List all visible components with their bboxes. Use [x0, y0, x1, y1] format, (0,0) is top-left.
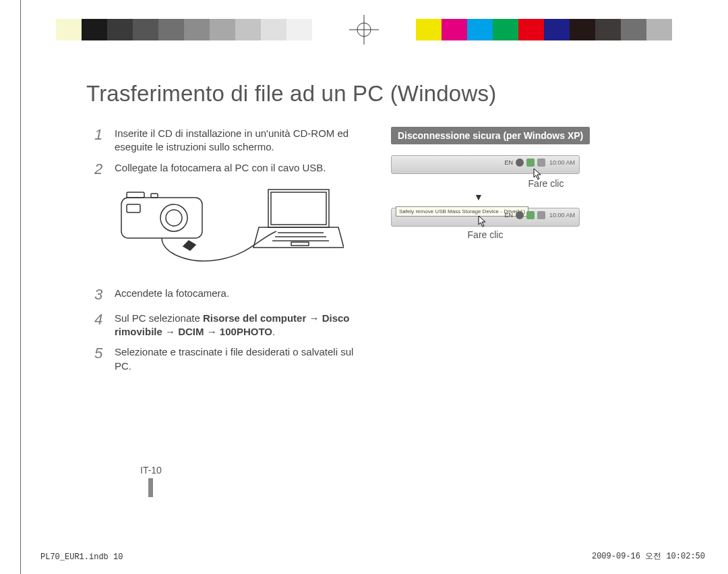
taskbar-screenshot-2: Safely remove USB Mass Storage Device - … — [391, 208, 580, 227]
color-swatch — [312, 19, 338, 40]
click-caption: Fare clic — [512, 178, 580, 189]
step-text: Selezionate e trascinate i file desidera… — [115, 345, 364, 373]
system-tray: EN 10:00 AM — [504, 211, 575, 219]
footer-filename: PL70_EUR1.indb 10 — [40, 552, 123, 562]
step-1: 1 Inserite il CD di installazione in un'… — [94, 127, 364, 154]
color-swatch — [646, 19, 672, 40]
tray-clock: 10:00 AM — [549, 212, 575, 219]
steps-column: 1 Inserite il CD di installazione in un'… — [94, 127, 364, 380]
color-swatch — [286, 19, 312, 40]
color-swatch — [570, 19, 595, 40]
camera-laptop-illustration — [115, 185, 344, 273]
step-text: Collegate la fotocamera al PC con il cav… — [115, 161, 364, 179]
step-4: 4 Sul PC selezionate Risorse del compute… — [94, 312, 364, 339]
arrow-down-icon: ▼ — [472, 192, 485, 202]
page-title: Trasferimento di file ad un PC (Windows) — [86, 81, 688, 107]
color-swatch — [261, 19, 286, 40]
click-caption: Fare clic — [452, 229, 519, 240]
cursor-icon — [533, 168, 543, 180]
color-swatch — [621, 19, 646, 40]
step-number: 1 — [94, 125, 105, 154]
color-swatch — [82, 19, 107, 40]
color-swatch — [416, 19, 442, 40]
lang-indicator: EN — [504, 159, 513, 166]
step-text-suffix: . — [272, 326, 275, 337]
page-number-bar — [148, 478, 153, 497]
color-swatch — [544, 19, 570, 40]
color-swatch — [107, 19, 133, 40]
step-3: 3 Accendete la fotocamera. — [94, 287, 364, 305]
step-number: 2 — [94, 159, 105, 179]
color-swatch — [493, 19, 518, 40]
color-swatch — [595, 19, 621, 40]
taskbar-screenshot-1: EN 10:00 AM — [391, 155, 580, 174]
step-text: Accendete la fotocamera. — [115, 287, 364, 305]
color-swatch — [518, 19, 544, 40]
disconnect-column: Disconnessione sicura (per Windows XP) E… — [391, 127, 607, 380]
lang-indicator: EN — [504, 212, 513, 219]
svg-rect-3 — [121, 198, 202, 238]
step-text: Sul PC selezionate Risorse del computer … — [115, 312, 364, 339]
svg-rect-8 — [127, 204, 140, 212]
color-swatch — [210, 19, 235, 40]
cursor-icon — [478, 215, 487, 227]
page-number-text: IT-10 — [140, 465, 162, 476]
system-tray: EN 10:00 AM — [504, 159, 575, 167]
safely-remove-icon — [526, 211, 535, 219]
step-text-prefix: Sul PC selezionate — [115, 312, 203, 324]
tray-clock: 10:00 AM — [549, 159, 575, 166]
color-swatch — [133, 19, 158, 40]
page-number: IT-10 — [140, 465, 162, 497]
color-swatch — [235, 19, 261, 40]
footer-timestamp: 2009-09-16 오전 10:02:50 — [592, 550, 705, 562]
content-columns: 1 Inserite il CD di installazione in un'… — [94, 127, 688, 380]
step-bold: Risorse del computer — [203, 312, 306, 324]
color-bar — [30, 19, 338, 40]
step-text: Inserite il CD di installazione in un'un… — [115, 127, 364, 154]
svg-point-4 — [160, 204, 187, 231]
tray-brand-icon — [516, 159, 524, 167]
color-swatch — [442, 19, 467, 40]
svg-point-5 — [166, 210, 182, 226]
step-number: 5 — [94, 343, 105, 373]
svg-rect-6 — [127, 192, 144, 198]
step-number: 4 — [94, 310, 105, 339]
color-swatch — [467, 19, 493, 40]
step-arrow: → — [306, 312, 322, 324]
disconnect-callout: Disconnessione sicura (per Windows XP) — [391, 127, 590, 144]
step-5: 5 Selezionate e trascinate i file deside… — [94, 345, 364, 373]
color-bar — [390, 19, 698, 40]
svg-rect-12 — [291, 242, 309, 246]
tray-icon — [537, 211, 545, 219]
color-swatch — [184, 19, 210, 40]
tray-icon — [537, 159, 545, 167]
color-swatch — [672, 19, 698, 40]
printer-marks — [0, 19, 728, 46]
color-swatch — [56, 19, 82, 40]
color-swatch — [158, 19, 184, 40]
color-swatch — [390, 19, 416, 40]
color-swatch — [30, 19, 56, 40]
svg-rect-7 — [151, 194, 158, 198]
step-number: 3 — [94, 285, 105, 305]
tray-brand-icon — [516, 211, 524, 219]
page-content: Trasferimento di file ad un PC (Windows)… — [40, 67, 688, 534]
registration-mark-icon — [349, 15, 379, 45]
safely-remove-icon — [526, 159, 535, 167]
step-2: 2 Collegate la fotocamera al PC con il c… — [94, 161, 364, 179]
crop-mark-left — [20, 0, 21, 574]
